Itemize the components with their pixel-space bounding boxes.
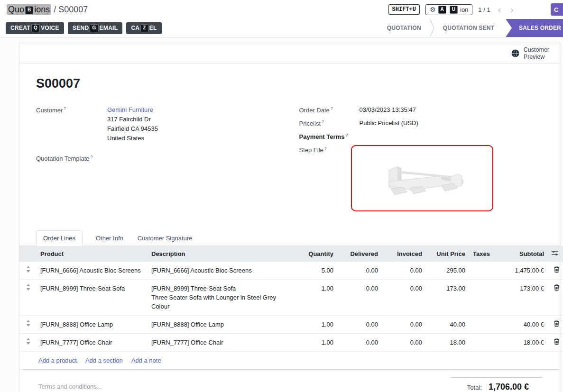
delete-row-icon[interactable]	[554, 284, 559, 292]
tab-customer-signature[interactable]: Customer Signature	[137, 231, 194, 246]
cell-unit-price[interactable]: 18.00	[426, 334, 469, 352]
cell-quantity[interactable]: 1.00	[295, 280, 337, 316]
column-invoiced[interactable]: Invoiced	[382, 246, 426, 262]
breadcrumb: QuoBions / S00007	[7, 5, 88, 15]
cell-description[interactable]: [FURN_7777] Office Chair	[148, 334, 295, 352]
cell-product[interactable]: [FURN_6666] Acoustic Bloc Screens	[37, 262, 148, 280]
order-lines-table: Product Description Quantity Delivered I…	[19, 246, 563, 352]
cell-product[interactable]: [FURN_8888] Office Lamp	[37, 316, 148, 334]
optional-columns-header	[548, 246, 563, 262]
action-menu-button[interactable]: ⚙ A U ion	[425, 4, 472, 15]
create-invoice-button[interactable]: CREATQVOICE	[6, 22, 64, 34]
cell-product[interactable]: [FURN_7777] Office Chair	[37, 334, 148, 352]
delete-row-icon[interactable]	[554, 338, 559, 346]
cell-taxes[interactable]	[469, 316, 492, 334]
table-row[interactable]: [FURN_8999] Three-Seat Sofa [FURN_8999] …	[19, 280, 563, 316]
help-icon: ?	[322, 119, 324, 124]
field-quotation-template: Quotation Template?	[36, 154, 280, 162]
quotation-template-label: Quotation Template?	[36, 154, 107, 162]
customer-address-line: Fairfield CA 94535	[107, 124, 158, 134]
cell-product[interactable]: [FURN_8999] Three-Seat Sofa	[37, 280, 148, 316]
shortcut-key-badge: B	[25, 6, 33, 14]
column-quantity[interactable]: Quantity	[295, 246, 337, 262]
cell-description[interactable]: [FURN_8999] Three-Seat Sofa Three Seater…	[148, 280, 295, 316]
field-step-file: Step File?	[299, 145, 544, 211]
help-icon: ?	[91, 155, 93, 159]
pager-previous-icon[interactable]: ‹	[496, 5, 503, 14]
column-taxes[interactable]: Taxes	[469, 246, 492, 262]
create-button-clipped[interactable]: C	[551, 3, 563, 16]
cell-quantity[interactable]: 5.00	[295, 262, 337, 280]
shortcut-key-badge: U	[450, 6, 458, 14]
customer-label: Customer?	[36, 105, 107, 143]
step-file-label: Step File?	[299, 145, 360, 211]
table-row[interactable]: [FURN_8888] Office Lamp [FURN_8888] Offi…	[19, 316, 563, 334]
cell-invoiced[interactable]: 0.00	[382, 280, 426, 316]
column-product[interactable]: Product	[37, 246, 148, 262]
notebook-tabs: Order Lines Other Info Customer Signatur…	[19, 230, 560, 246]
column-description[interactable]: Description	[148, 246, 295, 262]
cell-unit-price[interactable]: 173.00	[426, 280, 469, 316]
cell-quantity[interactable]: 1.00	[295, 316, 337, 334]
send-email-button[interactable]: SENDGEMAIL	[68, 22, 122, 34]
tab-order-lines[interactable]: Order Lines	[36, 230, 83, 246]
column-subtotal[interactable]: Subtotal	[492, 246, 548, 262]
drag-handle-icon[interactable]	[26, 285, 30, 292]
field-order-date: Order Date? 03/03/2023 13:35:47	[299, 105, 544, 115]
cell-delivered[interactable]: 0.00	[337, 316, 382, 334]
breadcrumb-quotations[interactable]: QuoBions	[7, 4, 51, 15]
cell-subtotal: 173.00 €	[492, 280, 548, 316]
column-delivered[interactable]: Delivered	[337, 246, 382, 262]
customer-preview-line1: Customer	[524, 46, 549, 53]
customer-link[interactable]: Gemini Furniture	[107, 106, 153, 113]
column-unit-price[interactable]: Unit Price	[426, 246, 469, 262]
status-sales-order[interactable]: SALES ORDER	[506, 19, 563, 37]
shortcut-key-badge: A	[438, 6, 446, 14]
cell-invoiced[interactable]: 0.00	[382, 262, 426, 280]
drag-handle-icon[interactable]	[26, 321, 30, 328]
tab-other-info[interactable]: Other Info	[95, 231, 124, 246]
table-row[interactable]: [FURN_6666] Acoustic Bloc Screens [FURN_…	[19, 262, 563, 280]
action-menu-label: ion	[460, 6, 468, 13]
cell-delivered[interactable]: 0.00	[337, 262, 382, 280]
gear-icon: ⚙	[430, 6, 436, 13]
cell-taxes[interactable]	[469, 262, 492, 280]
terms-and-conditions-placeholder[interactable]: Terms and conditions...	[38, 377, 102, 390]
totals-block: Total: 1,706.00 €	[451, 377, 542, 392]
delete-row-icon[interactable]	[554, 320, 559, 328]
pager-next-icon[interactable]: ›	[508, 5, 516, 14]
cell-subtotal: 1,475.00 €	[492, 262, 548, 280]
order-date-value[interactable]: 03/03/2023 13:35:47	[360, 105, 416, 115]
shortcut-key-badge: Z	[140, 24, 148, 32]
shortcut-key-badge: Q	[31, 24, 40, 32]
step-file-image[interactable]	[351, 145, 493, 211]
cell-quantity[interactable]: 1.00	[295, 334, 337, 352]
cell-subtotal: 40.00 €	[492, 316, 548, 334]
optional-columns-icon[interactable]	[552, 250, 558, 257]
drag-handle-icon[interactable]	[26, 339, 30, 346]
cell-invoiced[interactable]: 0.00	[382, 334, 426, 352]
customer-preview-button[interactable]: CustomerPreview	[511, 46, 549, 61]
cell-description[interactable]: [FURN_6666] Acoustic Bloc Screens	[148, 262, 295, 280]
status-quotation[interactable]: QUOTATION	[378, 19, 430, 37]
drag-handle-icon[interactable]	[26, 267, 30, 274]
cell-taxes[interactable]	[469, 280, 492, 316]
status-quotation-sent[interactable]: QUOTATION SENT	[434, 19, 503, 37]
total-value: 1,706.00 €	[489, 382, 529, 392]
cell-delivered[interactable]: 0.00	[337, 334, 382, 352]
add-a-product-link[interactable]: Add a product	[38, 357, 77, 364]
field-payment-terms: Payment Terms?	[299, 132, 544, 140]
cell-unit-price[interactable]: 295.00	[426, 262, 469, 280]
delete-row-icon[interactable]	[554, 266, 559, 274]
cell-unit-price[interactable]: 40.00	[426, 316, 469, 334]
cell-taxes[interactable]	[469, 334, 492, 352]
pricelist-value[interactable]: Public Pricelist (USD)	[360, 119, 418, 128]
cell-description[interactable]: [FURN_8888] Office Lamp	[148, 316, 295, 334]
add-a-note-link[interactable]: Add a note	[131, 357, 161, 364]
cell-delivered[interactable]: 0.00	[337, 280, 382, 316]
shortcut-key-badge: G	[90, 24, 98, 32]
cell-invoiced[interactable]: 0.00	[382, 316, 426, 334]
add-a-section-link[interactable]: Add a section	[85, 357, 123, 364]
cancel-button[interactable]: CAZEL	[126, 22, 161, 34]
table-row[interactable]: [FURN_7777] Office Chair [FURN_7777] Off…	[19, 334, 563, 352]
